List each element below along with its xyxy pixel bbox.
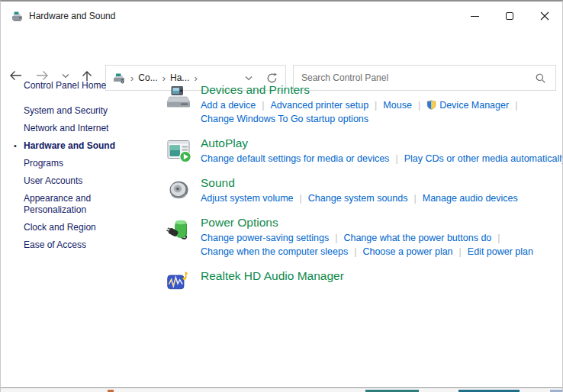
sidebar-item-label: Hardware and Sound xyxy=(24,140,115,151)
task-link-change-default-settings-for-media-or-devices[interactable]: Change default settings for media or dev… xyxy=(201,153,389,164)
task-link-edit-power-plan[interactable]: Edit power plan xyxy=(468,246,533,257)
task-link-label: Change Windows To Go startup options xyxy=(201,114,368,124)
task-link-change-what-the-power-buttons-do[interactable]: Change what the power buttons do xyxy=(343,233,491,243)
search-input[interactable] xyxy=(294,72,535,83)
realtek-hd-audio-manager-icon[interactable] xyxy=(166,270,189,293)
separator: | xyxy=(256,100,270,111)
sidebar-item-control-panel-home[interactable]: Control Panel Home xyxy=(24,80,144,92)
power-options-icon[interactable] xyxy=(166,217,192,243)
section-title[interactable]: Power Options xyxy=(201,215,555,230)
sidebar-item-label: Appearance and Personalization xyxy=(24,193,91,215)
section-body: Devices and PrintersAdd a device|Advance… xyxy=(201,82,555,126)
section-title[interactable]: Sound xyxy=(201,175,555,190)
window-title: Hardware and Sound xyxy=(29,11,115,21)
section-body: SoundAdjust system volume|Change system … xyxy=(201,175,555,205)
task-link-adjust-system-volume[interactable]: Adjust system volume xyxy=(201,193,294,204)
task-link-change-windows-to-go-startup-options[interactable]: Change Windows To Go startup options xyxy=(201,114,368,124)
chevron-down-icon xyxy=(62,73,69,79)
close-icon xyxy=(540,11,549,21)
chevron-down-icon xyxy=(245,76,253,81)
sidebar-item-network-and-internet[interactable]: Network and Internet xyxy=(24,123,144,134)
separator: | xyxy=(509,100,523,111)
autoplay-icon[interactable] xyxy=(166,137,192,163)
breadcrumb-item[interactable]: Ha... xyxy=(169,72,191,83)
section-sound: SoundAdjust system volume|Change system … xyxy=(166,175,555,205)
maximize-button[interactable] xyxy=(492,2,527,31)
sidebar: Control Panel HomeSystem and SecurityNet… xyxy=(24,80,144,257)
task-link-label: Add a device xyxy=(201,100,256,111)
sidebar-item-programs[interactable]: Programs xyxy=(24,158,144,169)
task-link-manage-audio-devices[interactable]: Manage audio devices xyxy=(423,193,518,204)
task-links-row: Change power-saving settings|Change what… xyxy=(201,231,555,245)
task-link-label: Mouse xyxy=(383,100,412,111)
task-link-label: Manage audio devices xyxy=(423,193,518,204)
section-body: Realtek HD Audio Manager xyxy=(201,268,555,293)
section-title[interactable]: Devices and Printers xyxy=(201,82,555,97)
task-link-label: Change power-saving settings xyxy=(201,233,329,243)
section-realtek-hd-audio-manager: Realtek HD Audio Manager xyxy=(166,268,555,293)
task-links-row: Change when the computer sleeps|Choose a… xyxy=(201,245,555,259)
task-link-add-a-device[interactable]: Add a device xyxy=(201,100,256,111)
task-link-mouse[interactable]: Mouse xyxy=(383,100,412,111)
active-bullet-icon: • xyxy=(14,140,17,152)
minimize-button[interactable] xyxy=(457,2,492,31)
hardware-and-sound-icon xyxy=(11,10,24,22)
sidebar-item-label: Control Panel Home xyxy=(24,80,106,91)
section-body: Power OptionsChange power-saving setting… xyxy=(201,215,555,259)
section-title[interactable]: AutoPlay xyxy=(201,136,563,150)
back-arrow-icon xyxy=(8,69,23,82)
breadcrumb-chevron-icon[interactable]: › xyxy=(191,73,200,83)
task-link-change-when-the-computer-sleeps[interactable]: Change when the computer sleeps xyxy=(201,246,348,257)
separator: | xyxy=(453,246,468,257)
sidebar-item-label: Ease of Access xyxy=(24,239,86,250)
task-link-label: Change default settings for media or dev… xyxy=(201,153,389,164)
recent-pages-button[interactable] xyxy=(62,73,69,79)
sidebar-item-label: Programs xyxy=(24,158,63,169)
task-link-label: Adjust system volume xyxy=(201,193,294,204)
sidebar-item-clock-and-region[interactable]: Clock and Region xyxy=(24,222,144,233)
task-link-change-system-sounds[interactable]: Change system sounds xyxy=(308,193,408,204)
task-link-advanced-printer-setup[interactable]: Advanced printer setup xyxy=(271,100,369,111)
task-link-label: Change when the computer sleeps xyxy=(201,246,348,257)
close-button[interactable] xyxy=(527,2,562,31)
task-link-play-cds-or-other-media-automatically[interactable]: Play CDs or other media automatically xyxy=(404,153,563,164)
sidebar-item-label: System and Security xyxy=(24,105,108,116)
sidebar-item-appearance-and-personalization[interactable]: Appearance and Personalization xyxy=(24,193,144,216)
section-title[interactable]: Realtek HD Audio Manager xyxy=(201,268,555,283)
sidebar-item-hardware-and-sound[interactable]: •Hardware and Sound xyxy=(24,140,144,152)
sidebar-item-label: Network and Internet xyxy=(24,123,108,133)
task-links-row: Adjust system volume|Change system sound… xyxy=(201,191,555,205)
section-body: AutoPlayChange default settings for medi… xyxy=(201,136,563,165)
task-link-choose-a-power-plan[interactable]: Choose a power plan xyxy=(362,246,452,257)
task-link-label: Advanced printer setup xyxy=(271,100,369,111)
uac-shield-icon xyxy=(426,100,436,110)
separator: | xyxy=(491,233,506,243)
section-autoplay: AutoPlayChange default settings for medi… xyxy=(166,136,555,165)
desktop-edge xyxy=(1,387,562,392)
navigation-bar: ›Co...›Ha...› xyxy=(1,31,562,69)
task-link-label: Choose a power plan xyxy=(362,246,452,257)
task-link-label: Device Manager xyxy=(439,100,509,111)
task-links-row: Change default settings for media or dev… xyxy=(201,152,563,165)
window-controls xyxy=(457,2,562,31)
task-link-label: Edit power plan xyxy=(468,246,533,257)
sound-icon[interactable] xyxy=(166,177,192,203)
sidebar-item-user-accounts[interactable]: User Accounts xyxy=(24,175,144,187)
address-dropdown-button[interactable] xyxy=(245,76,253,81)
task-link-device-manager[interactable]: Device Manager xyxy=(426,100,509,111)
section-power-options: Power OptionsChange power-saving setting… xyxy=(166,215,555,259)
sidebar-item-label: User Accounts xyxy=(24,175,82,186)
task-link-label: Change what the power buttons do xyxy=(343,233,491,243)
separator: | xyxy=(294,193,308,204)
breadcrumb-chevron-icon[interactable]: › xyxy=(159,73,169,83)
separator: | xyxy=(348,246,362,257)
separator: | xyxy=(389,153,404,164)
sidebar-item-ease-of-access[interactable]: Ease of Access xyxy=(24,239,144,251)
task-link-change-power-saving-settings[interactable]: Change power-saving settings xyxy=(201,233,329,243)
sidebar-item-label: Clock and Region xyxy=(24,222,96,233)
minimize-icon xyxy=(471,16,479,17)
sidebar-item-system-and-security[interactable]: System and Security xyxy=(24,105,144,117)
devices-and-printers-icon[interactable] xyxy=(166,84,192,110)
back-button[interactable] xyxy=(8,69,23,82)
task-links-row: Add a device|Advanced printer setup|Mous… xyxy=(201,98,555,112)
